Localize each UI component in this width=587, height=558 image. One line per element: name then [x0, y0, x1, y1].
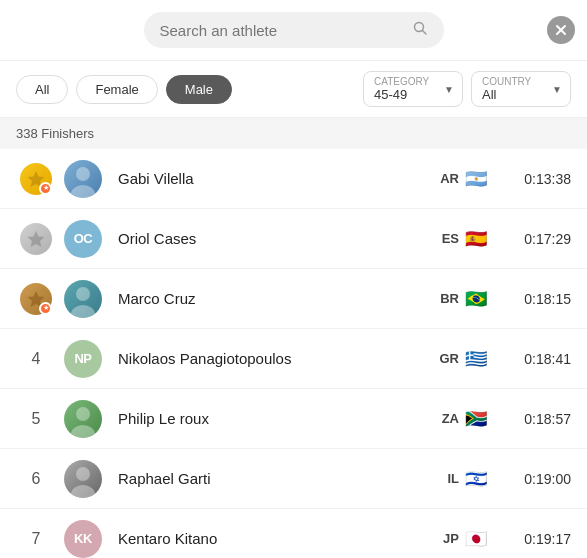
athlete-name: Philip Le roux — [118, 410, 442, 427]
country-code: GR — [440, 351, 460, 366]
finish-time: 0:18:57 — [503, 411, 571, 427]
finish-time: 0:19:17 — [503, 531, 571, 547]
country-code: IL — [447, 471, 459, 486]
close-button[interactable] — [547, 16, 575, 44]
filter-bar: All Female Male CATEGORY 45-49 ▼ COUNTRY… — [0, 61, 587, 118]
avatar-col — [64, 160, 110, 198]
athlete-name: Oriol Cases — [118, 230, 442, 247]
avatar-initials: NP — [64, 340, 102, 378]
gender-male-button[interactable]: Male — [166, 75, 232, 104]
country-col: ZA 🇿🇦 — [442, 408, 487, 430]
close-icon — [555, 24, 567, 36]
avatar — [64, 280, 102, 318]
svg-marker-9 — [28, 231, 45, 247]
svg-point-6 — [76, 167, 90, 181]
avatar-col — [64, 400, 110, 438]
avatar-silhouette — [64, 160, 102, 198]
finishers-count: 338 Finishers — [0, 118, 587, 149]
rank-col: 4 — [16, 350, 56, 368]
finish-time: 0:13:38 — [503, 171, 571, 187]
table-row: 5 Philip Le roux ZA 🇿🇦 0:18:57 — [0, 389, 587, 449]
rank-col: 6 — [16, 470, 56, 488]
country-col: JP 🇯🇵 — [443, 528, 487, 550]
country-col: BR 🇧🇷 — [440, 288, 487, 310]
search-button[interactable] — [412, 20, 428, 40]
svg-point-13 — [71, 305, 95, 318]
avatar-initials: KK — [64, 520, 102, 558]
athlete-name: Nikolaos Panagiotopoulos — [118, 350, 440, 367]
medal-bronze: ★ — [20, 283, 52, 315]
country-chevron-icon: ▼ — [552, 84, 562, 95]
rank-col: 7 — [16, 530, 56, 548]
athlete-name: Gabi Vilella — [118, 170, 440, 187]
table-row: ★ Gabi Vilella AR 🇦🇷 0:13:38 — [0, 149, 587, 209]
country-flag: 🇦🇷 — [465, 168, 487, 190]
rank-col: 5 — [16, 410, 56, 428]
svg-point-17 — [71, 485, 95, 498]
svg-point-14 — [76, 407, 90, 421]
avatar-col — [64, 460, 110, 498]
country-code: AR — [440, 171, 459, 186]
avatar: KK — [64, 520, 102, 558]
rank-number: 6 — [32, 470, 41, 488]
rank-col: ★ — [16, 163, 56, 195]
svg-point-12 — [76, 287, 90, 301]
table-row: 7 KK Kentaro Kitano JP 🇯🇵 0:19:17 — [0, 509, 587, 558]
gender-female-button[interactable]: Female — [76, 75, 157, 104]
finish-time: 0:19:00 — [503, 471, 571, 487]
finish-time: 0:17:29 — [503, 231, 571, 247]
country-value: All — [482, 87, 496, 102]
search-input[interactable] — [160, 22, 412, 39]
rank-col: ★ — [16, 283, 56, 315]
rank-number: 7 — [32, 530, 41, 548]
avatar-col — [64, 280, 110, 318]
svg-point-16 — [76, 467, 90, 481]
table-row: OC Oriol Cases ES 🇪🇸 0:17:29 — [0, 209, 587, 269]
country-col: IL 🇮🇱 — [447, 468, 487, 490]
country-code: BR — [440, 291, 459, 306]
avatar: NP — [64, 340, 102, 378]
avatar-col: NP — [64, 340, 110, 378]
country-flag: 🇬🇷 — [465, 348, 487, 370]
medal-icon — [20, 223, 52, 255]
athlete-name: Kentaro Kitano — [118, 530, 443, 547]
category-dropdown[interactable]: CATEGORY 45-49 ▼ — [363, 71, 463, 107]
country-col: AR 🇦🇷 — [440, 168, 487, 190]
avatar-initials: OC — [64, 220, 102, 258]
avatar — [64, 400, 102, 438]
table-row: 6 Raphael Garti IL 🇮🇱 0:19:00 — [0, 449, 587, 509]
avatar-col: OC — [64, 220, 110, 258]
country-col: GR 🇬🇷 — [440, 348, 488, 370]
country-code: JP — [443, 531, 459, 546]
rank-number: 4 — [32, 350, 41, 368]
dropdowns: CATEGORY 45-49 ▼ COUNTRY All ▼ — [363, 71, 571, 107]
avatar-col: KK — [64, 520, 110, 558]
athlete-name: Marco Cruz — [118, 290, 440, 307]
avatar — [64, 160, 102, 198]
category-value: 45-49 — [374, 87, 407, 102]
avatar: OC — [64, 220, 102, 258]
country-col: ES 🇪🇸 — [442, 228, 487, 250]
avatar-silhouette — [64, 460, 102, 498]
country-flag: 🇪🇸 — [465, 228, 487, 250]
country-flag: 🇯🇵 — [465, 528, 487, 550]
medal-silver — [20, 223, 52, 255]
svg-point-7 — [71, 185, 95, 198]
table-row: 4 NP Nikolaos Panagiotopoulos GR 🇬🇷 0:18… — [0, 329, 587, 389]
country-code: ES — [442, 231, 459, 246]
rank-number: 5 — [32, 410, 41, 428]
country-label: COUNTRY — [482, 76, 531, 87]
top-bar — [0, 0, 587, 61]
medal-gold: ★ — [20, 163, 52, 195]
avatar — [64, 460, 102, 498]
country-code: ZA — [442, 411, 459, 426]
country-flag: 🇿🇦 — [465, 408, 487, 430]
gender-all-button[interactable]: All — [16, 75, 68, 104]
search-icon — [412, 20, 428, 36]
results-list: ★ Gabi Vilella AR 🇦🇷 0:13:38 — [0, 149, 587, 558]
category-label: CATEGORY — [374, 76, 429, 87]
country-dropdown[interactable]: COUNTRY All ▼ — [471, 71, 571, 107]
finish-time: 0:18:15 — [503, 291, 571, 307]
country-flag: 🇧🇷 — [465, 288, 487, 310]
svg-point-15 — [71, 425, 95, 438]
